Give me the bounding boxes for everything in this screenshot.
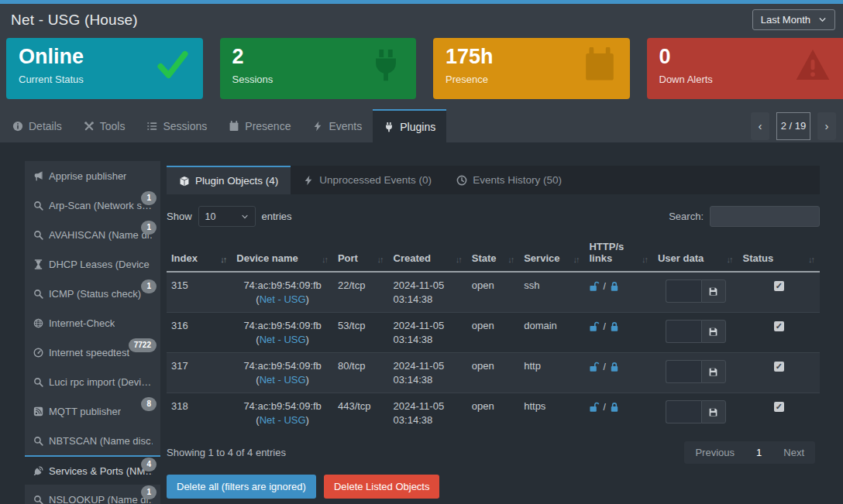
sort-icon[interactable]: ↓↑ <box>322 255 329 264</box>
lock-open-icon[interactable] <box>589 362 600 372</box>
period-selector-value: Last Month <box>761 14 810 26</box>
sidebar-item-apprise-publisher[interactable]: Apprise publisher <box>25 161 160 190</box>
tab-events-history[interactable]: Events History (50) <box>444 166 574 194</box>
lock-open-icon[interactable] <box>589 321 600 332</box>
device-mac: 74:ac:b9:54:09:fb <box>236 360 329 372</box>
tab-details[interactable]: Details <box>2 109 73 142</box>
tab-sessions[interactable]: Sessions <box>136 109 218 142</box>
count-badge: 4 <box>141 458 157 471</box>
save-user-data-button[interactable] <box>701 400 726 423</box>
tab-events[interactable]: Events <box>301 109 373 142</box>
cell-port: 53/tcp <box>333 313 389 353</box>
col-label: Port <box>338 252 374 264</box>
device-link[interactable]: Net - USG <box>260 414 306 426</box>
user-data-input[interactable] <box>666 360 701 383</box>
summary-card-sessions[interactable]: 2Sessions <box>220 38 417 99</box>
sidebar-item-nbtscan-name-disc[interactable]: NBTSCAN (Name disc… <box>25 426 160 455</box>
sort-icon[interactable]: ↓↑ <box>573 255 580 264</box>
cell-device-name: 74:ac:b9:54:09:fb(Net - USG) <box>232 393 333 434</box>
tab-tools[interactable]: Tools <box>73 109 136 142</box>
sidebar-item-luci-rpc-import-devi[interactable]: Luci rpc import (Devi… <box>25 367 160 396</box>
tab-plugin-objects[interactable]: Plugin Objects (4) <box>167 166 291 194</box>
sidebar-item-internet-check[interactable]: Internet-Check <box>25 308 160 338</box>
col-header-status[interactable]: Status↓↑ <box>738 235 820 272</box>
status-checkbox[interactable]: ✓ <box>774 362 784 372</box>
info-icon <box>12 121 23 132</box>
cell-device-name: 74:ac:b9:54:09:fb(Net - USG) <box>232 353 333 393</box>
previous-page-button[interactable]: Previous <box>684 441 745 464</box>
plugin-main-panel: Plugin Objects (4) Unprocessed Events (0… <box>167 166 820 504</box>
col-header-http-links[interactable]: HTTP/s links↓↑ <box>584 235 653 272</box>
prev-device-button[interactable]: ‹ <box>751 112 769 140</box>
created-time: 03:14:38 <box>394 374 463 386</box>
col-header-index[interactable]: Index↓↑ <box>167 235 232 272</box>
summary-card-current-status[interactable]: OnlineCurrent Status <box>6 38 203 99</box>
page-size-value: 10 <box>205 211 236 222</box>
tab-label: Events History (50) <box>473 174 562 186</box>
lock-open-icon[interactable] <box>589 402 600 413</box>
status-checkbox[interactable]: ✓ <box>774 321 784 331</box>
check-icon <box>155 47 191 83</box>
user-data-input[interactable] <box>666 279 701 303</box>
save-user-data-button[interactable] <box>701 279 726 303</box>
delete-listed-button[interactable]: Delete Listed Objects <box>324 475 440 499</box>
col-label: User data <box>658 252 724 264</box>
device-tab-bar: Details Tools Sessions Presence Events P… <box>0 109 843 142</box>
col-header-created[interactable]: Created↓↑ <box>389 235 467 272</box>
tab-plugins[interactable]: Plugins <box>373 109 446 142</box>
save-user-data-button[interactable] <box>701 360 726 383</box>
count-badge: 8 <box>141 397 157 411</box>
device-link[interactable]: Net - USG <box>260 293 306 305</box>
sort-icon[interactable]: ↓↑ <box>808 255 815 264</box>
sort-icon[interactable]: ↓↑ <box>642 255 649 264</box>
col-header-user-data[interactable]: User data↓↑ <box>653 235 738 272</box>
delete-all-button[interactable]: Delete all (filters are ignored) <box>167 475 316 499</box>
sidebar-item-dhcp-leases-device[interactable]: DHCP Leases (Device … <box>25 249 160 279</box>
sidebar-item-services-ports-nm[interactable]: Services & Ports (NM…4 <box>25 455 160 485</box>
device-link[interactable]: Net - USG <box>260 374 306 386</box>
sidebar-item-avahiscan-name-di[interactable]: AVAHISCAN (Name di…1 <box>25 220 160 249</box>
search-input[interactable] <box>710 206 820 227</box>
created-time: 03:14:38 <box>394 334 463 345</box>
sort-icon[interactable]: ↓↑ <box>377 255 384 264</box>
period-selector[interactable]: Last Month <box>752 9 835 30</box>
lock-icon[interactable] <box>609 281 620 292</box>
sidebar-item-mqtt-publisher[interactable]: MQTT publisher8 <box>25 396 160 426</box>
summary-card-presence[interactable]: 175hPresence <box>433 38 630 99</box>
user-data-input[interactable] <box>666 320 701 343</box>
lock-icon[interactable] <box>609 321 620 332</box>
col-header-state[interactable]: State↓↑ <box>467 235 519 272</box>
search-icon <box>33 377 43 387</box>
page-title: Net - USG (House) <box>11 12 138 29</box>
summary-card-down-alerts[interactable]: 0Down Alerts <box>647 38 843 99</box>
sidebar-item-nslookup-name-di[interactable]: NSLOOKUP (Name di…1 <box>25 485 160 504</box>
status-checkbox[interactable]: ✓ <box>774 402 784 412</box>
next-page-button[interactable]: Next <box>772 441 815 464</box>
sidebar-item-arp-scan-network-s[interactable]: Arp-Scan (Network s…1 <box>25 190 160 220</box>
col-header-device-name[interactable]: Device name↓↑ <box>232 235 333 272</box>
next-device-button[interactable]: › <box>817 112 836 140</box>
lock-open-icon[interactable] <box>589 281 600 292</box>
sidebar-item-label: ICMP (Status check) <box>49 288 141 300</box>
created-date: 2024-11-05 <box>394 279 463 291</box>
sort-icon[interactable]: ↓↑ <box>508 255 514 264</box>
tab-unprocessed-events[interactable]: Unprocessed Events (0) <box>291 166 444 194</box>
lock-icon[interactable] <box>609 362 620 372</box>
device-link[interactable]: Net - USG <box>260 334 306 345</box>
sort-icon[interactable]: ↓↑ <box>727 255 734 264</box>
sidebar-item-internet-speedtest[interactable]: Internet speedtest7722 <box>25 338 160 367</box>
sidebar-item-label: Internet speedtest <box>49 347 129 358</box>
page-size-select[interactable]: 10 <box>198 206 256 227</box>
created-date: 2024-11-05 <box>394 400 463 412</box>
tab-presence[interactable]: Presence <box>218 109 301 142</box>
lock-icon[interactable] <box>609 402 620 413</box>
status-checkbox[interactable]: ✓ <box>774 281 784 291</box>
sort-icon[interactable]: ↓↑ <box>220 255 227 264</box>
col-header-service[interactable]: Service↓↑ <box>519 235 584 272</box>
sidebar-item-icmp-status-check[interactable]: ICMP (Status check)1 <box>25 279 160 308</box>
user-data-input[interactable] <box>666 400 701 423</box>
sort-icon[interactable]: ↓↑ <box>456 255 463 264</box>
save-user-data-button[interactable] <box>701 320 726 343</box>
page-number-button[interactable]: 1 <box>745 441 772 464</box>
col-header-port[interactable]: Port↓↑ <box>333 235 389 272</box>
